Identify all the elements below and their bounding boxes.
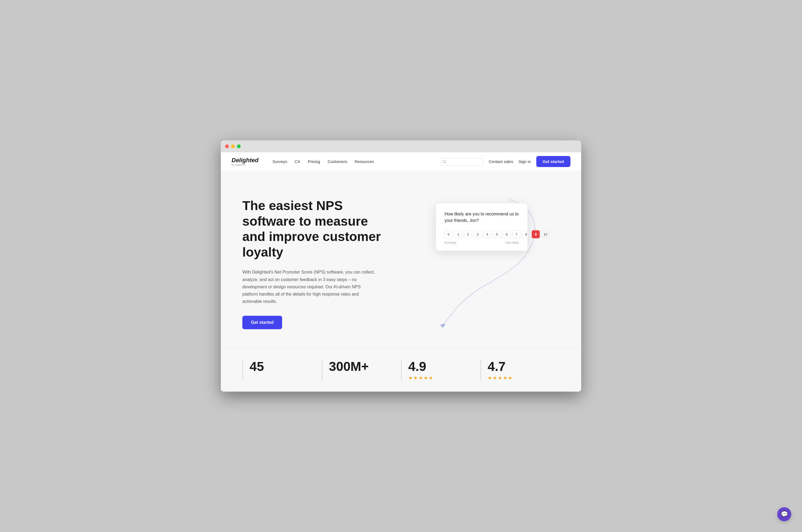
get-started-nav-button[interactable]: Get started	[536, 156, 570, 167]
nps-num-10[interactable]: 10	[541, 230, 550, 238]
nps-labels: Not likely Very likely	[444, 241, 519, 244]
hero-left: The easiest NPS software to measure and …	[242, 193, 393, 332]
contact-sales-link[interactable]: Contact sales	[489, 159, 513, 164]
nav-right: Contact sales Sign in Get started	[440, 156, 570, 167]
nps-num-5[interactable]: 5	[493, 230, 501, 238]
star-icon: ★	[429, 375, 433, 381]
nav-surveys[interactable]: Surveys	[272, 159, 287, 164]
logo-subtitle: by qualtrics	[232, 164, 259, 166]
browser-titlebar	[221, 140, 581, 152]
sign-in-link[interactable]: Sign in	[518, 159, 531, 164]
svg-marker-0	[440, 324, 446, 328]
star-icon: ★	[508, 375, 512, 381]
navbar: Delighted by qualtrics Surveys CX Pricin…	[221, 152, 581, 171]
stat-item: 4.9★★★★★	[401, 360, 480, 381]
stat-item: 45	[242, 360, 322, 381]
dot-red[interactable]	[225, 145, 229, 148]
star-icon: ★	[503, 375, 507, 381]
nps-num-7[interactable]: 7	[512, 230, 520, 238]
stat-number: 45	[250, 360, 322, 374]
nps-num-8[interactable]: 8	[522, 230, 530, 238]
nps-num-2[interactable]: 2	[464, 230, 472, 238]
nps-num-6[interactable]: 6	[503, 230, 511, 238]
dot-yellow[interactable]	[231, 145, 235, 148]
hero-headline: The easiest NPS software to measure and …	[242, 198, 393, 260]
nav-cx[interactable]: CX	[294, 159, 300, 164]
nps-scale: 012345678910	[444, 230, 519, 238]
logo[interactable]: Delighted by qualtrics	[232, 157, 259, 166]
star-icon: ★	[419, 375, 423, 381]
nps-card: How likely are you to recommend us to yo…	[436, 203, 528, 251]
stat-number: 300M+	[329, 360, 401, 374]
star-icon: ★	[408, 375, 413, 381]
star-icon: ★	[493, 375, 497, 381]
stat-stars: ★★★★★	[488, 375, 560, 381]
stat-item: 300M+	[322, 360, 401, 381]
nps-question: How likely are you to recommend us to yo…	[444, 211, 519, 224]
nps-num-9[interactable]: 9	[532, 230, 540, 238]
nav-customers[interactable]: Customers	[328, 159, 347, 164]
stat-item: 4.7★★★★★	[480, 360, 560, 381]
nps-label-left: Not likely	[444, 241, 457, 244]
nps-num-3[interactable]: 3	[474, 230, 482, 238]
dot-green[interactable]	[237, 145, 241, 148]
star-icon: ★	[498, 375, 502, 381]
browser-dots	[225, 145, 241, 148]
hero-section: The easiest NPS software to measure and …	[221, 171, 581, 348]
logo-name: Delighted	[232, 157, 259, 164]
nps-num-0[interactable]: 0	[444, 230, 453, 238]
nps-num-1[interactable]: 1	[454, 230, 462, 238]
stat-number: 4.9	[408, 360, 480, 374]
stats-bar: 45300M+4.9★★★★★4.7★★★★★	[221, 348, 581, 392]
nps-num-4[interactable]: 4	[483, 230, 491, 238]
star-icon: ★	[488, 375, 492, 381]
star-icon: ★	[413, 375, 418, 381]
nav-links: Surveys CX Pricing Customers Resources	[272, 159, 432, 164]
stat-number: 4.7	[488, 360, 560, 374]
star-icon: ★	[424, 375, 428, 381]
hero-right: How likely are you to recommend us to yo…	[393, 193, 570, 332]
nav-pricing[interactable]: Pricing	[308, 159, 320, 164]
nav-resources[interactable]: Resources	[355, 159, 374, 164]
nps-label-right: Very likely	[505, 241, 519, 244]
search-input[interactable]	[440, 158, 483, 166]
get-started-hero-button[interactable]: Get started	[242, 316, 282, 329]
stat-stars: ★★★★★	[408, 375, 480, 381]
hero-description: With Delighted's Net Promoter Score (NPS…	[242, 268, 377, 305]
